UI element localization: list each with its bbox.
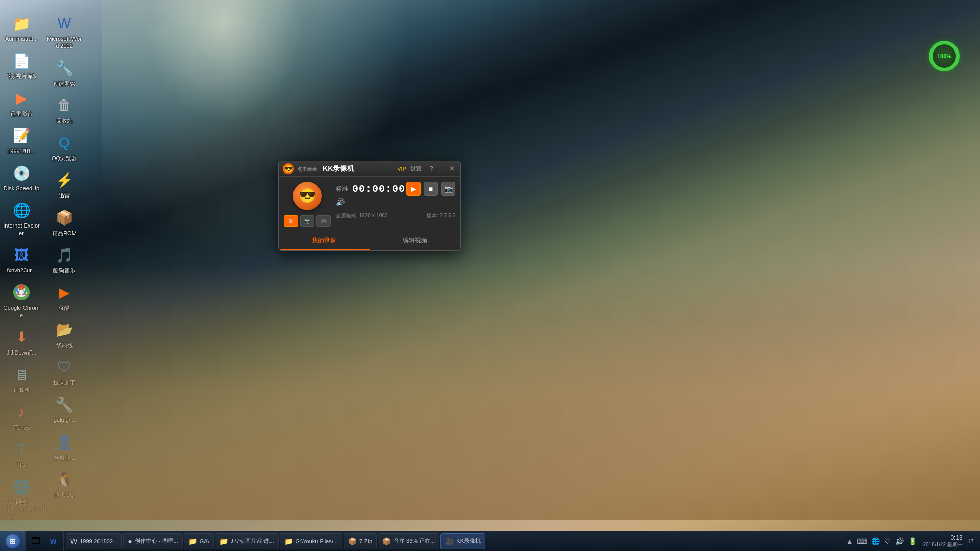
turtle-music-label: 酷狗音乐 (53, 267, 76, 274)
desktop-icon-jingpin-rom[interactable]: 📦精品ROM (44, 205, 85, 240)
kk-settings-button[interactable]: 设置 (410, 165, 422, 172)
thunder-icon: ⚡ (54, 170, 75, 190)
tim-icon: T (11, 439, 32, 460)
taskbar-item-7zip2[interactable]: 📦音序 36% 正在... (378, 533, 439, 549)
desktop-icon-turtle-music[interactable]: 🎵酷狗音乐 (44, 242, 85, 277)
desktop-icon-jijidown[interactable]: ⬇JiJiDownF... (1, 324, 42, 359)
kk-camera-mode-button[interactable]: 📷 (300, 215, 314, 227)
thunder-label: 迅雷 (59, 192, 70, 199)
7zip-taskbar-icon: 📦 (348, 537, 357, 545)
taskbar-item-folder-yindong[interactable]: 📁J:\7动画片\引进... (215, 533, 279, 549)
desktop-icon-user-avatar[interactable]: 👤杨振业... (44, 429, 85, 464)
word-icon: W (54, 13, 75, 34)
folder-yindong-taskbar-text: J:\7动画片\引进... (231, 537, 274, 545)
kk-resolution-text: 全屏模式: 980 × 551 (336, 212, 387, 219)
galg-icon: 🔧 (54, 394, 75, 415)
jisuzhushou-icon: 🛡 (54, 357, 75, 378)
desktop-icon-thunder[interactable]: ⚡迅雷 (44, 167, 85, 202)
jisuzhushou-label: 极速助手 (53, 379, 76, 386)
build-net-label: 创建网管 (53, 80, 76, 87)
taskbar-item-folder-youku[interactable]: 📁G:\Youku Files\... (280, 533, 342, 549)
jijidown-label: JiJiDownF... (7, 349, 37, 356)
wallet-label: 线刷包 (56, 342, 73, 349)
build-net-icon: 🔧 (54, 58, 75, 79)
network-icon: 🌐 (11, 477, 32, 497)
kk-screen-mode-button[interactable]: 🖥 (284, 215, 298, 227)
quicklaunch-desktop-button[interactable]: 🗔 (28, 532, 44, 550)
jijidown-icon: ⬇ (11, 327, 32, 347)
windows-logo: ⊞ (10, 537, 16, 545)
computer-icon: 🖥 (11, 364, 32, 385)
desktop-icon-word[interactable]: WMicrosoft Word 2002 (44, 10, 85, 53)
taskbar-item-chrome-task[interactable]: ●创作中心 - 哔哩... (123, 533, 182, 549)
desktop-icon-galg[interactable]: 🔧galg.gr... (44, 391, 85, 427)
tray-sound-icon[interactable]: 🔊 (894, 536, 905, 546)
desktop-icon-qq-browser[interactable]: QQQ浏览器 (44, 130, 85, 165)
desktop-icon-network[interactable]: 🌐网络 (1, 473, 42, 509)
start-button[interactable]: ⊞ (0, 531, 26, 552)
tray-antivirus-icon[interactable]: 🛡 (883, 536, 892, 546)
taskbar-quicklaunch: 🗔 W (26, 531, 64, 551)
tray-keyboard-icon[interactable]: ⌨ (856, 536, 868, 546)
kk-record-button[interactable]: ▶ (406, 182, 421, 196)
fxnvh23ur-icon: 🖼 (11, 245, 32, 265)
jingpin-rom-label: 精品ROM (52, 230, 77, 237)
taskbar-item-doc-word[interactable]: W1999-201802... (66, 533, 122, 549)
desktop-icon-movies[interactable]: 📄$影视片库$ (1, 47, 42, 83)
desktop-icon-administrator[interactable]: 📁Administrat... (1, 10, 42, 45)
desktop-icon-recycle-bin[interactable]: 🗑回收站 (44, 92, 85, 128)
desktop-icon-computer[interactable]: 🖥计算机 (1, 361, 42, 396)
folder-yindong-taskbar-icon: 📁 (219, 537, 228, 545)
desktop-icon-tim[interactable]: TTIM (1, 436, 42, 471)
ie-icon: 🌐 (11, 200, 32, 220)
kk-close-button[interactable]: ✕ (447, 164, 456, 173)
desktop-icon-google-chrome[interactable]: Google Chrome (1, 279, 42, 322)
kk-recorder-window: 😎 点击录录 KK录像机 VIP 设置 ? – ✕ 😎 🖥 📷 (278, 161, 461, 251)
kk-minimize-button[interactable]: – (437, 164, 446, 173)
kk-screenshot-button[interactable]: 📷 (441, 182, 455, 196)
kk-stop-button[interactable]: ■ (424, 182, 438, 196)
quicklaunch-word-button[interactable]: W (45, 532, 61, 550)
tray-battery-icon[interactable]: 🔋 (907, 536, 918, 546)
network-label: 网络 (16, 498, 27, 506)
desktop-icon-diskspeedup[interactable]: 💿Disk SpeedUp (1, 160, 42, 195)
doc-1999-label: 1999-201... (7, 147, 36, 155)
desktop-icon-doc-1999[interactable]: 📝1999-201... (1, 122, 42, 158)
taskbar-item-folder-ga[interactable]: 📁GA\ (184, 533, 214, 549)
kk-game-mode-button[interactable]: 🎮 (316, 215, 331, 227)
desktop-icon-itunes[interactable]: ♪iTunes (1, 399, 42, 434)
google-chrome-icon (11, 282, 32, 303)
desktop-icon-ie[interactable]: 🌐Internet Explorer (1, 197, 42, 240)
kk-tab-my-recordings[interactable]: 我的录像 (279, 232, 370, 250)
desktop-icon-wallet[interactable]: 📂线刷包 (44, 317, 85, 352)
battery-percentage: 100% (937, 53, 951, 59)
folder-ga-taskbar-icon: 📁 (188, 537, 197, 545)
diskspeedup-label: Disk SpeedUp (4, 185, 39, 192)
word-label: Microsoft Word 2002 (46, 35, 83, 50)
desktop-icon-build-net[interactable]: 🔧创建网管 (44, 55, 85, 90)
wallet-icon: 📂 (54, 320, 75, 340)
doc-word-taskbar-icon: W (70, 537, 77, 545)
kk-mask-emoji: 😎 (299, 189, 316, 203)
google-chrome-label: Google Chrome (3, 304, 40, 319)
kk-record-label: 标准 (336, 185, 348, 193)
doc-word-taskbar-text: 1999-201802... (80, 538, 117, 544)
desktop-icon-fxnvh23ur[interactable]: 🖼fxnvh23ur... (1, 242, 42, 277)
desktop-icon-jisuzhushou[interactable]: 🛡极速助手 (44, 354, 85, 389)
taskbar-item-7zip[interactable]: 📦7-Zip (344, 533, 377, 549)
desktop-icon-xunlei-video[interactable]: ▶迅雷影音 (1, 85, 42, 120)
administrator-label: Administrat... (5, 35, 38, 42)
desktop-icon-youku[interactable]: ▶优酷 (44, 279, 85, 314)
qq-browser-label: QQ浏览器 (52, 155, 77, 162)
user-avatar-icon: 👤 (54, 432, 75, 453)
taskbar-item-kk-taskbar[interactable]: 🎥KK录像机 (440, 533, 485, 549)
doc-1999-icon: 📝 (11, 126, 32, 146)
kk-volume-row: 🔊 (336, 198, 455, 206)
tray-network-icon[interactable]: 🌐 (870, 536, 881, 546)
system-clock[interactable]: 0:13 2018\1\22 星期一 (920, 534, 965, 548)
desktop-icon-qq-penguin[interactable]: 🐧腾讯QQ (44, 466, 85, 502)
kk-tab-edit-video[interactable]: 编辑视频 (370, 232, 461, 250)
kk-help-button[interactable]: ? (427, 164, 436, 173)
kk-controls: ▶ ■ 📷 (406, 182, 455, 196)
tray-show-hidden[interactable]: ▲ (845, 536, 854, 546)
